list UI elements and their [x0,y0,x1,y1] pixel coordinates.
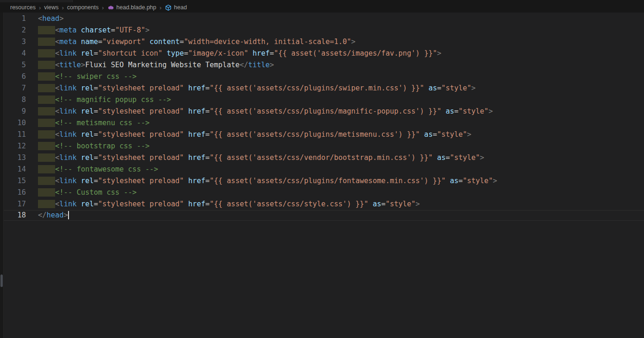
code-token: < [38,14,42,23]
code-line[interactable]: 18</head> [4,210,644,221]
code-line[interactable]: 7 <link rel="stylesheet preload" href="{… [4,83,644,94]
code-token: link [59,130,76,139]
code-token: = [94,84,98,92]
line-number[interactable]: 10 [4,118,38,128]
code-token: <!-- bootstrap css --> [55,142,150,150]
chevron-right-icon: › [102,5,104,11]
breadcrumb: resources › views › components › head.bl… [0,2,644,13]
code-token: = [206,130,210,139]
indent-highlight [38,142,55,150]
code-line[interactable]: 9 <link rel="stylesheet preload" href="{… [4,106,644,117]
line-number[interactable]: 4 [4,48,38,59]
code-token: = [206,200,210,208]
code-line[interactable]: 16 <!-- Custom css --> [4,187,644,198]
symbol-cube-icon [165,4,172,11]
code-text: <link rel="stylesheet preload" href="{{ … [38,176,497,186]
line-number[interactable]: 5 [4,60,38,70]
code-token: < [55,130,59,139]
code-token: href [188,177,205,185]
code-token: href [188,153,205,162]
line-number[interactable]: 11 [4,129,38,140]
code-token: rel [81,49,94,57]
line-number[interactable]: 6 [4,71,38,82]
line-number[interactable]: 2 [4,25,38,36]
breadcrumb-label: views [44,4,58,11]
code-token: < [55,107,59,115]
line-number[interactable]: 18 [4,210,38,220]
indent-highlight [38,188,55,197]
breadcrumb-item-resources[interactable]: resources [10,4,36,11]
code-token: link [59,49,76,57]
breadcrumb-item-components[interactable]: components [67,4,99,11]
line-number[interactable]: 3 [4,37,38,47]
line-number[interactable]: 16 [4,187,38,198]
code-line[interactable]: 15 <link rel="stylesheet preload" href="… [4,175,644,187]
code-token: <!-- fontawesome css --> [55,165,158,173]
breadcrumb-item-file[interactable]: head.blade.php [107,4,156,11]
line-number[interactable]: 9 [4,106,38,117]
code-token: rel [81,200,94,208]
code-line[interactable]: 3 <meta name="viewport" content="width=d… [4,36,644,48]
code-line[interactable]: 5 <title>Fluxi SEO Marketing Website Tem… [4,59,644,71]
code-line[interactable]: 8 <!-- magnific popup css --> [4,94,644,106]
code-token: type [167,49,184,57]
line-number[interactable]: 14 [4,164,38,175]
line-number[interactable]: 7 [4,83,38,94]
code-token: <!-- swiper css --> [55,72,137,81]
code-line[interactable]: 11 <link rel="stylesheet preload" href="… [4,129,644,140]
code-token: "shortcut icon" [98,49,163,57]
code-editor-window: resources › views › components › head.bl… [0,0,644,338]
code-text: <link rel="stylesheet preload" href="{{ … [38,153,484,163]
code-line[interactable]: 4 <link rel="shortcut icon" type="image/… [4,48,644,59]
breadcrumb-item-symbol-head[interactable]: head [165,4,187,11]
code-token: "viewport" [102,38,145,46]
code-token: as [428,84,437,92]
code-token: = [433,130,437,139]
code-token: = [94,200,98,208]
code-token: "stylesheet preload" [98,84,184,92]
indent-highlight [38,26,55,34]
code-token: > [64,211,68,219]
code-token: = [458,177,463,185]
code-token: as [424,130,433,139]
line-number[interactable]: 12 [4,141,38,152]
code-text: <meta charset="UTF-8"> [38,25,150,36]
indent-highlight [38,165,55,173]
code-token: > [351,38,356,46]
indent-highlight [38,119,55,127]
code-token: "style" [441,84,471,92]
code-line[interactable]: 13 <link rel="stylesheet preload" href="… [4,152,644,164]
code-token [76,38,81,46]
code-token [76,200,81,208]
code-token [76,84,81,92]
line-number[interactable]: 8 [4,95,38,105]
line-number[interactable]: 13 [4,153,38,163]
code-line[interactable]: 12 <!-- bootstrap css --> [4,140,644,152]
code-token: "{{ asset('assets/css/plugins/metismenu.… [210,130,420,139]
code-line[interactable]: 1<head> [4,13,644,25]
code-line[interactable]: 14 <!-- fontawesome css --> [4,164,644,175]
code-line[interactable]: 6 <!-- swiper css --> [4,71,644,83]
code-token: = [94,153,98,162]
code-line[interactable]: 10 <!-- metismenu css --> [4,117,644,129]
breadcrumb-item-views[interactable]: views [44,4,58,11]
code-token: "stylesheet preload" [98,107,184,115]
code-text: <link rel="stylesheet preload" href="{{ … [38,199,420,210]
code-line[interactable]: 2 <meta charset="UTF-8"> [4,25,644,36]
code-line[interactable]: 17 <link rel="stylesheet preload" href="… [4,198,644,210]
breadcrumb-label: head.blade.php [116,4,156,11]
code-token: "{{ asset('assets/css/plugins/swiper.min… [210,84,424,92]
left-scrollbar-thumb[interactable] [0,274,3,287]
breadcrumb-label: resources [10,4,36,11]
chevron-right-icon: › [62,5,64,11]
line-number[interactable]: 15 [4,176,38,186]
line-number[interactable]: 1 [4,13,38,24]
code-token: head [42,14,59,23]
code-token: = [94,107,98,115]
code-token [369,200,373,208]
indent-highlight [38,177,55,185]
code-token [420,130,424,139]
line-number[interactable]: 17 [4,199,38,210]
code-area[interactable]: 1<head>2 <meta charset="UTF-8">3 <meta n… [4,13,644,338]
code-token: > [488,107,493,115]
